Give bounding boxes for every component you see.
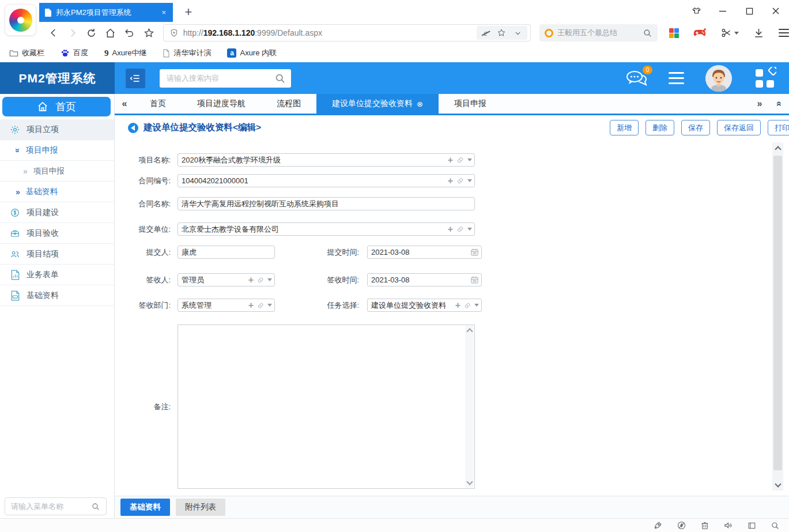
bookmark-baidu[interactable]: 百度 xyxy=(61,48,88,58)
maximize-button[interactable] xyxy=(736,0,762,22)
quick-launch-grid-icon[interactable] xyxy=(753,67,776,90)
minimize-button[interactable] xyxy=(709,0,736,22)
address-bar[interactable]: http://192.168.1.120:9999/Default.aspx e xyxy=(163,24,531,41)
sidebar-item-project-closing[interactable]: 项目结项 xyxy=(0,244,114,265)
undo-icon[interactable] xyxy=(120,23,139,43)
tab-acceptance-materials[interactable]: 建设单位提交验收资料 ⊗ xyxy=(316,94,439,114)
tab-project-declare[interactable]: 项目申报 xyxy=(439,94,502,114)
app-search-box[interactable] xyxy=(160,69,291,88)
games-icon[interactable] xyxy=(693,28,706,38)
add-button[interactable]: 新增 xyxy=(610,120,639,135)
bookmark-axure-inline[interactable]: a Axure 内联 xyxy=(227,48,277,58)
add-lookup-icon[interactable]: + xyxy=(448,225,453,234)
tabs-scroll-right-icon[interactable]: » xyxy=(750,94,769,114)
browser-search-box[interactable]: 王毅用五个最总结 xyxy=(539,24,658,41)
sidebar-home-button[interactable]: 首页 xyxy=(2,97,111,116)
eraser-icon[interactable] xyxy=(256,276,265,284)
scissors-dropdown-caret-icon[interactable] xyxy=(734,32,739,35)
eraser-icon[interactable] xyxy=(456,176,465,185)
tab-close-icon[interactable]: × xyxy=(160,8,167,17)
save-button[interactable]: 保存 xyxy=(681,120,710,135)
tab-basic-data[interactable]: 基础资料 xyxy=(120,499,170,516)
sidebar-item-project-acceptance[interactable]: 项目验收 xyxy=(0,223,114,244)
print-button[interactable]: 打印 xyxy=(768,120,789,135)
favorite-star-icon[interactable] xyxy=(139,23,158,43)
project-name-input[interactable] xyxy=(178,153,475,167)
scrollbar-thumb[interactable] xyxy=(773,156,782,470)
menu-search-input[interactable] xyxy=(11,502,91,511)
calendar-icon[interactable] xyxy=(470,276,479,284)
bookmark-axure[interactable]: 9 Axure中继 xyxy=(104,48,146,58)
calendar-icon[interactable] xyxy=(470,248,479,256)
zoom-icon[interactable] xyxy=(771,521,780,530)
delete-button[interactable]: 删除 xyxy=(645,120,674,135)
tabs-scroll-left-icon[interactable]: « xyxy=(115,94,134,114)
downloads-icon[interactable] xyxy=(753,28,764,39)
contract-no-input[interactable] xyxy=(178,174,475,187)
chevron-down-icon[interactable] xyxy=(514,29,522,37)
sidebar-item-project-declare-sub[interactable]: » 项目申报 xyxy=(0,161,114,182)
page-back-button[interactable] xyxy=(128,123,138,133)
save-return-button[interactable]: 保存返回 xyxy=(717,120,761,135)
trash-icon[interactable] xyxy=(700,520,709,530)
eraser-icon[interactable] xyxy=(456,156,465,164)
content-scrollbar[interactable] xyxy=(772,142,783,491)
scroll-down-icon[interactable] xyxy=(772,479,783,491)
add-lookup-icon[interactable]: + xyxy=(248,301,254,310)
tab-close-icon[interactable]: ⊗ xyxy=(417,100,423,108)
browser-tab[interactable]: 邦永PM2项目管理系统 × xyxy=(39,3,173,22)
sidebar-item-basic-data[interactable]: 基础资料 xyxy=(0,285,114,306)
messages-button[interactable]: 0 xyxy=(625,70,647,87)
add-lookup-icon[interactable]: + xyxy=(455,301,460,310)
sign-time-input[interactable] xyxy=(367,273,482,286)
scroll-up-icon[interactable] xyxy=(466,328,473,334)
sidebar-item-project-construction[interactable]: 项目建设 xyxy=(0,202,114,223)
eraser-icon[interactable] xyxy=(463,301,471,310)
browser-menu-icon[interactable] xyxy=(779,29,789,37)
submit-unit-input[interactable] xyxy=(178,222,475,236)
refresh-icon[interactable] xyxy=(82,23,101,43)
dropdown-caret-icon[interactable] xyxy=(467,228,472,231)
tabs-collapse-icon[interactable]: « xyxy=(769,94,789,114)
speaker-icon[interactable] xyxy=(723,520,733,530)
sidebar-item-basic-data-sub[interactable]: » 基础资料 xyxy=(0,182,114,202)
search-icon[interactable] xyxy=(91,502,100,511)
scroll-up-icon[interactable] xyxy=(772,142,783,154)
dropdown-caret-icon[interactable] xyxy=(267,304,272,307)
compatibility-mode-icon[interactable]: e xyxy=(482,28,489,38)
sidebar-item-project-initiation[interactable]: 项目立项 xyxy=(0,119,114,140)
sidebar-item-business-forms[interactable]: 业务表单 xyxy=(0,265,114,285)
dropdown-caret-icon[interactable] xyxy=(474,304,479,307)
submitter-input[interactable] xyxy=(178,246,275,259)
reading-mode-icon[interactable] xyxy=(747,521,757,530)
submit-time-input[interactable] xyxy=(367,246,482,259)
bookmark-folder[interactable]: 收藏栏 xyxy=(9,48,44,58)
bookmark-tsinghua[interactable]: 清华审计演 xyxy=(163,48,211,58)
eraser-icon[interactable] xyxy=(256,301,265,310)
menu-search-box[interactable] xyxy=(5,497,107,515)
search-icon[interactable] xyxy=(274,73,286,84)
close-button[interactable] xyxy=(762,0,789,22)
forward-icon[interactable] xyxy=(63,23,82,43)
theme-tshirt-icon[interactable] xyxy=(683,0,709,22)
search-icon[interactable] xyxy=(643,28,652,38)
add-lookup-icon[interactable]: + xyxy=(248,276,254,285)
sidebar-item-project-declare[interactable]: » 项目申报 xyxy=(0,140,114,161)
contract-name-input[interactable] xyxy=(178,197,475,210)
user-avatar[interactable] xyxy=(705,65,732,92)
new-tab-button[interactable]: + xyxy=(180,3,197,21)
speed-mode-icon[interactable] xyxy=(677,520,686,530)
screenshot-scissors-icon[interactable] xyxy=(720,27,739,39)
home-icon[interactable] xyxy=(101,23,120,43)
remark-textarea[interactable] xyxy=(178,325,465,488)
boost-rocket-icon[interactable] xyxy=(653,520,663,530)
tab-home[interactable]: 首页 xyxy=(134,94,182,114)
bookmark-star-icon[interactable] xyxy=(497,28,506,37)
scroll-down-icon[interactable] xyxy=(466,478,473,485)
app-menu-icon[interactable] xyxy=(669,72,684,84)
add-lookup-icon[interactable]: + xyxy=(448,176,453,186)
back-icon[interactable] xyxy=(44,23,63,43)
tab-attachment-list[interactable]: 附件列表 xyxy=(176,499,225,516)
tab-progress-nav[interactable]: 项目进度导航 xyxy=(182,94,261,114)
tab-flowchart[interactable]: 流程图 xyxy=(261,94,316,114)
